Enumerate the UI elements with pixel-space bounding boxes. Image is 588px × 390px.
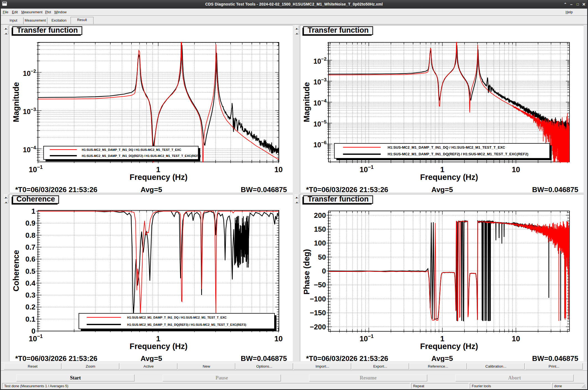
svg-text:10: 10: [512, 335, 520, 343]
svg-text:H1:SUS-MC2_M1_DAMP_T_IN1_DQ(RE: H1:SUS-MC2_M1_DAMP_T_IN1_DQ(REF3) / H1:S…: [127, 323, 247, 326]
svg-text:Phase (deg): Phase (deg): [302, 249, 311, 295]
svg-text:0.2: 0.2: [25, 303, 35, 311]
svg-text:0.5: 0.5: [25, 267, 35, 275]
svg-text:10−1: 10−1: [359, 334, 374, 343]
svg-text:10−1: 10−1: [359, 164, 374, 174]
svg-text:BW=0.046875: BW=0.046875: [241, 185, 287, 194]
svg-text:100: 100: [314, 239, 326, 247]
svg-text:Frequency (Hz): Frequency (Hz): [129, 173, 187, 182]
svg-text:−100: −100: [310, 295, 326, 303]
svg-text:10−5: 10−5: [314, 119, 327, 128]
svg-text:Transfer function: Transfer function: [17, 26, 78, 34]
svg-text:−150: −150: [310, 309, 326, 317]
svg-text:0.1: 0.1: [25, 315, 35, 323]
svg-text:H1:SUS-MC2_M1_DAMP_T_IN1_DQ(RE: H1:SUS-MC2_M1_DAMP_T_IN1_DQ(REF2) / H1:S…: [82, 154, 201, 157]
svg-text:Avg=5: Avg=5: [431, 354, 453, 363]
svg-text:*T0=06/03/2026 21:53:26: *T0=06/03/2026 21:53:26: [306, 354, 388, 363]
svg-text:Frequency (Hz): Frequency (Hz): [129, 342, 187, 351]
svg-text:150: 150: [314, 225, 326, 233]
svg-text:10: 10: [274, 335, 283, 343]
svg-text:0.6: 0.6: [25, 255, 35, 263]
svg-text:0.8: 0.8: [25, 231, 35, 239]
svg-text:Magnitude: Magnitude: [12, 82, 20, 122]
svg-text:10−2: 10−2: [23, 69, 36, 77]
svg-text:Avg=5: Avg=5: [141, 354, 162, 363]
svg-text:10−2: 10−2: [314, 56, 327, 65]
svg-text:Avg=5: Avg=5: [431, 185, 453, 194]
svg-text:10−4: 10−4: [23, 145, 36, 154]
svg-text:BW=0.046875: BW=0.046875: [241, 354, 287, 363]
svg-text:10−6: 10−6: [314, 140, 327, 149]
svg-text:*T0=06/03/2026 21:53:26: *T0=06/03/2026 21:53:26: [306, 185, 388, 194]
svg-text:0: 0: [322, 267, 326, 275]
svg-text:200: 200: [314, 211, 326, 219]
svg-text:0.4: 0.4: [25, 279, 36, 287]
svg-text:0.3: 0.3: [25, 291, 35, 299]
svg-text:10−1: 10−1: [29, 164, 43, 174]
svg-text:*T0=06/03/2026 21:53:26: *T0=06/03/2026 21:53:26: [15, 354, 97, 363]
svg-text:−50: −50: [314, 281, 326, 289]
svg-text:10−4: 10−4: [314, 98, 327, 107]
svg-text:Frequency (Hz): Frequency (Hz): [420, 173, 478, 182]
svg-text:BW=0.046875: BW=0.046875: [532, 185, 578, 194]
svg-text:H1:SUS-MC2_M1_DAMP_T_IN1_DQ /: H1:SUS-MC2_M1_DAMP_T_IN1_DQ / H1:SUS-MC2…: [388, 145, 505, 149]
svg-text:−200: −200: [310, 323, 326, 331]
svg-text:BW=0.046875: BW=0.046875: [532, 354, 578, 363]
svg-text:Avg=5: Avg=5: [141, 185, 162, 194]
svg-text:H1:SUS-MC2_M1_DAMP_T_IN1_DQ(RE: H1:SUS-MC2_M1_DAMP_T_IN1_DQ(REF2) / H1:S…: [388, 152, 529, 156]
svg-text:0.9: 0.9: [25, 219, 35, 227]
svg-text:*T0=06/03/2026 21:53:26: *T0=06/03/2026 21:53:26: [15, 185, 97, 194]
svg-text:Transfer function: Transfer function: [308, 26, 369, 34]
svg-text:10−1: 10−1: [29, 334, 43, 343]
svg-text:1: 1: [32, 207, 35, 215]
svg-text:10: 10: [512, 166, 520, 174]
svg-text:Coherence: Coherence: [12, 250, 20, 291]
svg-text:50: 50: [318, 253, 326, 261]
svg-text:0.7: 0.7: [25, 243, 35, 251]
svg-text:H1:SUS-MC2_M1_DAMP_T_IN1_DQ /: H1:SUS-MC2_M1_DAMP_T_IN1_DQ / H1:SUS-MC2…: [82, 148, 181, 151]
svg-text:Frequency (Hz): Frequency (Hz): [420, 342, 478, 351]
svg-text:Coherence: Coherence: [16, 195, 55, 203]
svg-text:10: 10: [274, 166, 283, 174]
svg-text:Transfer function: Transfer function: [308, 195, 369, 203]
svg-text:10−3: 10−3: [23, 107, 36, 115]
svg-text:Magnitude: Magnitude: [302, 82, 311, 122]
svg-text:10−3: 10−3: [314, 77, 327, 86]
svg-text:0: 0: [32, 327, 35, 335]
svg-text:H1:SUS-MC2_M1_DAMP_T_IN1_DQ /: H1:SUS-MC2_M1_DAMP_T_IN1_DQ / H1:SUS-MC2…: [127, 316, 227, 319]
